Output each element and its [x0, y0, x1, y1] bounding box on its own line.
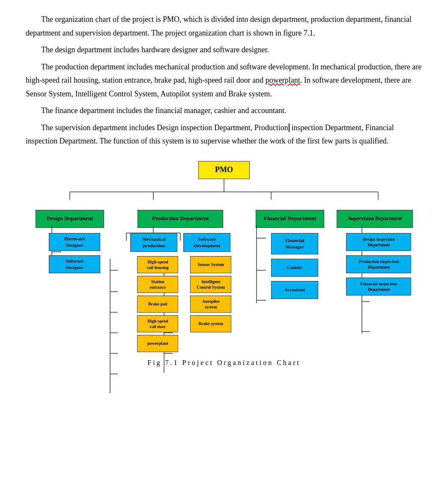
production-inspection-box: Production inspectionDepartment: [346, 255, 411, 273]
production-dept-col: Production Department Mechanicalproducti…: [114, 210, 247, 352]
brake-pad-box: Brake pad: [137, 296, 178, 313]
org-chart: PMO Design Department HardwareDesigner S…: [27, 161, 421, 352]
software-dev-col: SoftwareDevelopment Sensor System Intell…: [182, 233, 231, 332]
paragraph-4: The finance department includes the fina…: [26, 104, 422, 118]
powerplant-box: powerplant: [137, 335, 178, 352]
financial-inspection-box: Financial inspectionDepartment: [346, 278, 411, 296]
powerplant-text: powerplant: [266, 76, 300, 84]
paragraph-5: The supervision department includes Desi…: [26, 121, 422, 148]
chart-caption: Fig 7.1 Project Organization Chart: [147, 359, 300, 367]
paragraph-3: The production department includes mecha…: [26, 60, 422, 101]
pmo-box: PMO: [198, 161, 250, 179]
mechanical-col: Mechanicalproduction High-speedrail hous…: [129, 233, 178, 352]
intelligent-control-box: IntelligentControl System: [190, 276, 231, 293]
software-dev-children: Sensor System IntelligentControl System …: [182, 256, 231, 332]
department-row: Design Department HardwareDesigner Softw…: [27, 210, 421, 352]
software-designer-box: SoftwareDesigner: [49, 255, 100, 273]
design-dept-header: Design Department: [36, 210, 104, 228]
design-inspection-box: Design inspectionDepartment: [346, 233, 411, 251]
cashier-box: Cashier: [271, 259, 318, 277]
supervision-dept-col: Supervision Department Design inspection…: [333, 210, 417, 296]
high-speed-rail-housing-box: High-speedrail housing: [137, 256, 178, 273]
paragraph-1: The organization chart of the project is…: [26, 13, 422, 40]
supervision-children: Design inspectionDepartment Production i…: [338, 233, 411, 296]
mechanical-children: High-speedrail housing Stationentrance B…: [129, 256, 178, 352]
autopilot-system-box: Autopilotsystem: [190, 296, 231, 313]
pmo-level: PMO: [27, 161, 421, 179]
hardware-designer-box: HardwareDesigner: [49, 233, 100, 251]
production-dept-header: Production Department: [137, 210, 223, 228]
chart-area: PMO Design Department HardwareDesigner S…: [26, 161, 422, 367]
sensor-system-box: Sensor System: [190, 256, 231, 273]
paragraph-2: The design department includes hardware …: [26, 43, 422, 57]
accountant-box: Accoutant: [271, 281, 318, 299]
station-entrance-box: Stationentrance: [137, 276, 178, 293]
high-speed-rail-door-box: High-speedrail door: [137, 315, 178, 332]
text-block: The organization chart of the project is…: [26, 13, 422, 148]
financial-dept-header: Financial Department: [256, 210, 324, 228]
production-sub-cols: Mechanicalproduction High-speedrail hous…: [129, 233, 231, 352]
design-dept-col: Design Department HardwareDesigner Softw…: [31, 210, 108, 273]
software-development-header: SoftwareDevelopment: [183, 233, 230, 252]
financial-children: FinancialManager Cashier Accoutant: [262, 233, 318, 299]
financial-manager-box: FinancialManager: [271, 233, 318, 254]
design-children: HardwareDesigner SoftwareDesigner: [39, 233, 100, 273]
connector-spacer: [27, 179, 421, 210]
brake-system-box: Brake system: [190, 315, 231, 332]
supervision-dept-header: Supervision Department: [337, 210, 413, 228]
financial-dept-col: Financial Department FinancialManager Ca…: [253, 210, 328, 299]
mechanical-production-header: Mechanicalproduction: [130, 233, 177, 252]
